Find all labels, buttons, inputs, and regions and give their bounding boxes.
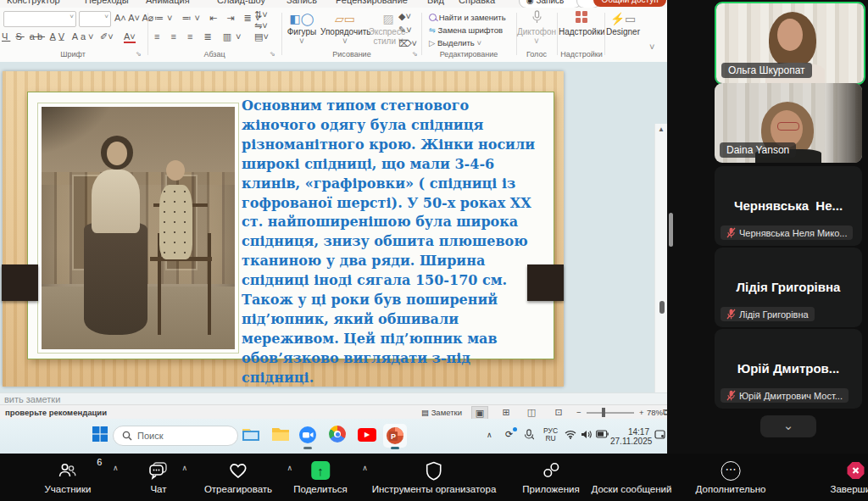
font-size-select[interactable] bbox=[79, 11, 111, 27]
wifi-icon[interactable] bbox=[565, 430, 576, 441]
tab-slideshow[interactable]: Слайд-шоу bbox=[217, 0, 265, 8]
windows-start-button[interactable] bbox=[92, 426, 112, 446]
end-meeting-button[interactable]: Завершить bbox=[830, 459, 868, 494]
list-icons[interactable]: ≔˅ ≕˅ ⇤ ⇥ ≣˅ bbox=[154, 13, 264, 24]
tab-view[interactable]: Вид bbox=[427, 0, 444, 8]
participant-display-name: Лідія Григорівна bbox=[715, 280, 862, 294]
text-direction-icons[interactable]: ⇅˅⇋˅▤˅ bbox=[254, 9, 269, 42]
group-separator bbox=[147, 13, 148, 55]
video-tile[interactable]: Daina Yanson bbox=[715, 83, 862, 163]
host-tools-button[interactable]: Инструменты организатора bbox=[372, 459, 497, 494]
clock[interactable]: 14:1727.11.2025 bbox=[610, 427, 649, 446]
find-replace-button[interactable]: Найти и заменить bbox=[429, 13, 506, 22]
svg-text:P: P bbox=[391, 432, 396, 441]
zoom-app-icon[interactable] bbox=[298, 426, 319, 446]
view-normal-button[interactable]: ▣ bbox=[471, 406, 488, 420]
pp-share-button[interactable]: Общий доступ bbox=[593, 0, 666, 7]
caret-up-icon[interactable]: ∧ bbox=[113, 464, 119, 472]
powerpoint-app-icon[interactable]: P bbox=[383, 424, 407, 448]
tab-record[interactable]: Запись bbox=[287, 0, 317, 8]
slide-photo[interactable] bbox=[38, 103, 238, 353]
file-explorer-icon[interactable] bbox=[242, 426, 262, 446]
zoom-in-button[interactable]: + bbox=[639, 407, 644, 418]
battery-icon[interactable] bbox=[596, 430, 609, 440]
paragraph-dialog-launcher[interactable]: ⇘ bbox=[270, 50, 275, 58]
voice-group-label: Голос bbox=[517, 50, 556, 58]
sidebar-resize-handle[interactable] bbox=[669, 213, 673, 247]
zoom-slider[interactable] bbox=[587, 412, 634, 414]
whiteboards-button[interactable]: Доски сообщений bbox=[592, 459, 672, 494]
font-format-icons[interactable]: Ч S ab A̲V̲ Aa˅ bbox=[2, 31, 97, 42]
shape-style-icons[interactable]: ◆˅✎˅⌦˅ bbox=[398, 9, 417, 50]
chrome-icon[interactable] bbox=[329, 426, 349, 446]
font-name-select[interactable] bbox=[3, 11, 76, 27]
font-color-icon[interactable]: A˅ bbox=[124, 31, 136, 43]
search-placeholder: Поиск bbox=[137, 426, 163, 445]
slide-body-text[interactable]: Основним типом стегнового жіночого одягу… bbox=[242, 97, 545, 388]
collapse-ribbon-icon[interactable]: ˅ bbox=[649, 42, 654, 52]
shapes-button[interactable]: ◧◯ Фигуры˅ bbox=[280, 10, 324, 46]
apps-button[interactable]: Приложения bbox=[522, 459, 579, 494]
chat-button[interactable]: ∧ Чат bbox=[148, 459, 169, 494]
tab-animations[interactable]: Анимация bbox=[146, 0, 190, 8]
align-icons[interactable]: ≡ ≡ ≡ ≣ ▥˅ bbox=[154, 31, 246, 42]
chevron-down-icon: ⌄ bbox=[783, 418, 794, 432]
caret-up-icon[interactable]: ∧ bbox=[287, 464, 293, 472]
notes-pane[interactable]: вить заметки bbox=[0, 392, 667, 405]
drawing-dialog-launcher[interactable]: ⇘ bbox=[412, 50, 418, 58]
caret-up-icon[interactable]: ∧ bbox=[181, 464, 187, 472]
participants-button[interactable]: 6 ∧ Участники bbox=[45, 459, 92, 494]
participant-name-label: Чернявська Неля Мико... bbox=[721, 225, 853, 240]
group-separator bbox=[557, 13, 558, 55]
scrollbar-thumb[interactable] bbox=[659, 301, 665, 314]
record-presentation-button[interactable]: ◉ Запись bbox=[519, 0, 581, 8]
accessibility-status[interactable]: проверьте рекомендации bbox=[5, 407, 107, 418]
folder-icon[interactable] bbox=[271, 426, 292, 446]
share-screen-button[interactable]: ↑ ∧ Поделиться bbox=[293, 459, 348, 494]
replace-fonts-button[interactable]: ⇋ Замена шрифтов bbox=[429, 25, 503, 35]
font-dialog-launcher[interactable]: ⇘ bbox=[136, 50, 142, 58]
search-input[interactable]: Поиск bbox=[113, 426, 238, 446]
more-participants-button[interactable]: ⌄ bbox=[760, 415, 816, 437]
dictate-button[interactable]: Диктофон˅ bbox=[515, 10, 559, 46]
zoom-percentage[interactable]: 78% bbox=[647, 407, 663, 418]
apps-icon bbox=[542, 461, 560, 480]
zoom-out-button[interactable]: − bbox=[576, 407, 581, 418]
volume-icon[interactable] bbox=[581, 430, 592, 441]
pen-mic-icon[interactable] bbox=[524, 429, 534, 443]
audio-tile[interactable]: Юрій Дмитров... Юрій Дмитрович Мост... bbox=[715, 329, 862, 409]
scroll-up-icon[interactable]: ▲ bbox=[658, 125, 665, 133]
view-sorter-button[interactable]: ⊞ bbox=[498, 406, 514, 418]
notification-center-icon[interactable] bbox=[654, 429, 665, 442]
zoom-slider-thumb[interactable] bbox=[602, 408, 605, 417]
audio-tile[interactable]: Чернявська Не... Чернявська Неля Мико... bbox=[715, 166, 862, 246]
tab-transitions[interactable]: Переходы bbox=[85, 0, 129, 8]
designer-button[interactable]: ⚡▭ Designer bbox=[604, 10, 643, 36]
participant-name-label: Юрій Дмитрович Мост... bbox=[721, 388, 849, 403]
more-button[interactable]: ⋯ Дополнительно bbox=[696, 459, 766, 494]
reactions-button[interactable]: ∧ Отреагировать bbox=[204, 459, 272, 494]
video-tile-active-speaker[interactable]: Ольга Шкуропат bbox=[715, 2, 865, 85]
tab-review[interactable]: Рецензирование bbox=[336, 0, 408, 8]
addins-button[interactable]: Надстройки bbox=[559, 10, 604, 36]
photo-woman-blouse bbox=[92, 170, 140, 232]
powerpoint-window: Конструктор Переходы Анимация Слайд-шоу … bbox=[0, 0, 667, 454]
arrange-button[interactable]: ▱▭ Упорядочить˅ bbox=[320, 10, 370, 46]
font-group-label: Шрифт bbox=[0, 50, 146, 58]
text-highlight-icon[interactable]: ✐˅ bbox=[100, 31, 114, 42]
hidden-icons-chevron[interactable]: ∧ bbox=[487, 431, 492, 439]
audio-tile[interactable]: Лідія Григорівна Лідія Григорівна bbox=[715, 248, 862, 327]
caret-up-icon[interactable]: ∧ bbox=[362, 464, 368, 472]
slide[interactable]: Основним типом стегнового жіночого одягу… bbox=[3, 71, 564, 387]
notes-toggle[interactable]: ▤ Заметки bbox=[421, 407, 462, 418]
view-slideshow-button[interactable]: ⊡ bbox=[551, 406, 566, 418]
sync-icon[interactable]: ⟳ bbox=[505, 429, 513, 440]
select-button[interactable]: ▷ Выделить ˅ bbox=[429, 38, 481, 47]
share-screen-icon: ↑ bbox=[311, 461, 330, 480]
tab-help[interactable]: Справка bbox=[459, 0, 495, 8]
view-reading-button[interactable]: ◫ bbox=[524, 406, 539, 418]
tab-design[interactable]: Конструктор bbox=[7, 0, 60, 8]
youtube-icon[interactable]: ▶ bbox=[358, 426, 378, 446]
language-indicator[interactable]: РУСRU bbox=[543, 427, 558, 443]
search-icon bbox=[122, 431, 132, 441]
